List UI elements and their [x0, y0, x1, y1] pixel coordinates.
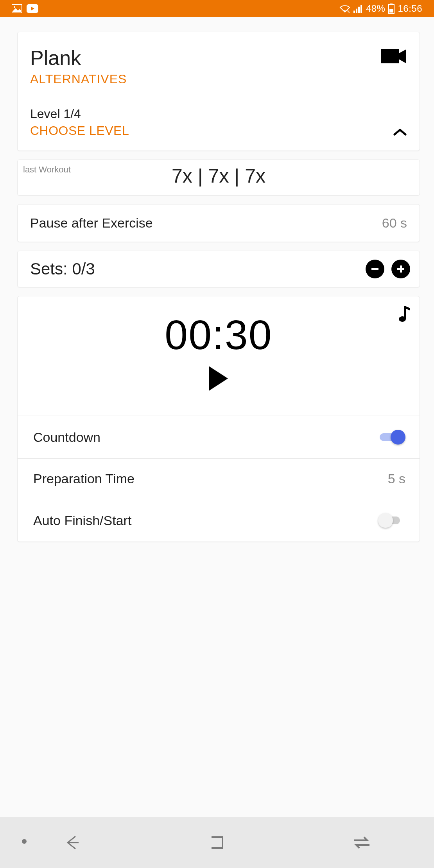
last-workout-values: 7x | 7x | 7x: [172, 165, 265, 187]
signal-icon: [353, 4, 363, 13]
timer-display: 00:30: [29, 311, 408, 359]
last-workout-card: last Workout 7x | 7x | 7x: [17, 160, 420, 195]
exercise-card: Plank ALTERNATIVES Level 1/4 CHOOSE LEVE…: [17, 32, 420, 151]
sets-label: Sets: 0/3: [30, 260, 95, 278]
chevron-up-icon[interactable]: [393, 128, 407, 138]
battery-icon: [388, 4, 395, 14]
svg-rect-4: [353, 11, 355, 13]
wifi-icon: [339, 4, 350, 13]
nav-home-button[interactable]: [145, 834, 289, 851]
svg-rect-11: [381, 49, 399, 63]
prep-time-label: Preparation Time: [33, 471, 135, 486]
sets-plus-button[interactable]: [391, 260, 410, 278]
prep-time-value: 5 s: [388, 471, 405, 486]
auto-finish-row[interactable]: Auto Finish/Start: [18, 499, 420, 542]
auto-finish-label: Auto Finish/Start: [33, 513, 131, 528]
youtube-icon: [27, 4, 38, 13]
svg-point-3: [344, 10, 346, 12]
image-icon: [12, 4, 22, 13]
svg-rect-10: [389, 9, 393, 13]
exercise-title: Plank: [30, 48, 127, 68]
sets-card: Sets: 0/3: [17, 251, 420, 287]
choose-level-button[interactable]: CHOOSE LEVEL: [30, 124, 129, 138]
pause-value: 60 s: [382, 215, 407, 231]
pause-card[interactable]: Pause after Exercise 60 s: [17, 204, 420, 242]
svg-rect-14: [400, 265, 402, 273]
svg-point-1: [14, 6, 15, 8]
nav-indicator: [22, 839, 27, 844]
main-content: Plank ALTERNATIVES Level 1/4 CHOOSE LEVE…: [0, 17, 434, 542]
countdown-toggle[interactable]: [378, 429, 405, 446]
music-icon[interactable]: [398, 305, 410, 324]
play-button[interactable]: [207, 365, 230, 394]
svg-rect-7: [360, 5, 362, 13]
sets-minus-button[interactable]: [366, 260, 384, 278]
countdown-label: Countdown: [33, 430, 100, 445]
navigation-bar: [0, 817, 434, 868]
alternatives-button[interactable]: ALTERNATIVES: [30, 72, 127, 86]
nav-recents-button[interactable]: [289, 836, 434, 850]
nav-back-button[interactable]: [0, 833, 145, 852]
level-text: Level 1/4: [30, 107, 129, 121]
battery-percent: 48%: [366, 3, 386, 14]
svg-rect-12: [371, 268, 378, 270]
pause-label: Pause after Exercise: [30, 215, 153, 231]
svg-rect-5: [356, 9, 357, 13]
svg-rect-6: [358, 7, 360, 13]
prep-time-row[interactable]: Preparation Time 5 s: [18, 458, 420, 499]
status-bar: 48% 16:56: [0, 0, 434, 17]
video-icon[interactable]: [381, 48, 407, 66]
clock-time: 16:56: [398, 3, 422, 14]
countdown-row[interactable]: Countdown: [18, 416, 420, 458]
auto-finish-toggle[interactable]: [378, 512, 405, 529]
timer-card: 00:30 Countdown Preparation Time 5 s Aut…: [17, 296, 420, 542]
last-workout-label: last Workout: [23, 165, 71, 175]
